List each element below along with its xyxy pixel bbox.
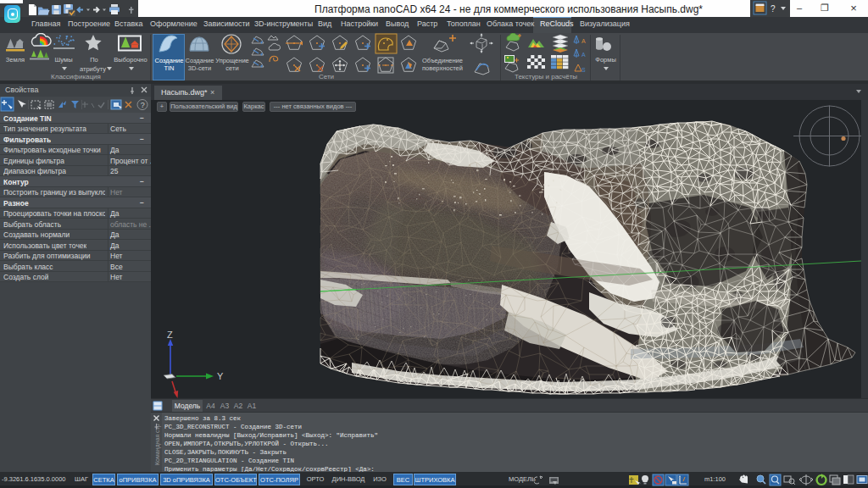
svg-text:Y: Y	[217, 371, 224, 381]
svg-text:A: A	[581, 38, 586, 44]
svg-text:Командная стр: Командная стр	[154, 424, 161, 465]
svg-text:A: A	[581, 52, 586, 58]
svg-text:Z: Z	[167, 330, 173, 340]
svg-text:S: S	[581, 67, 586, 73]
svg-text:?: ?	[141, 101, 145, 109]
svg-text:?: ?	[771, 4, 776, 14]
